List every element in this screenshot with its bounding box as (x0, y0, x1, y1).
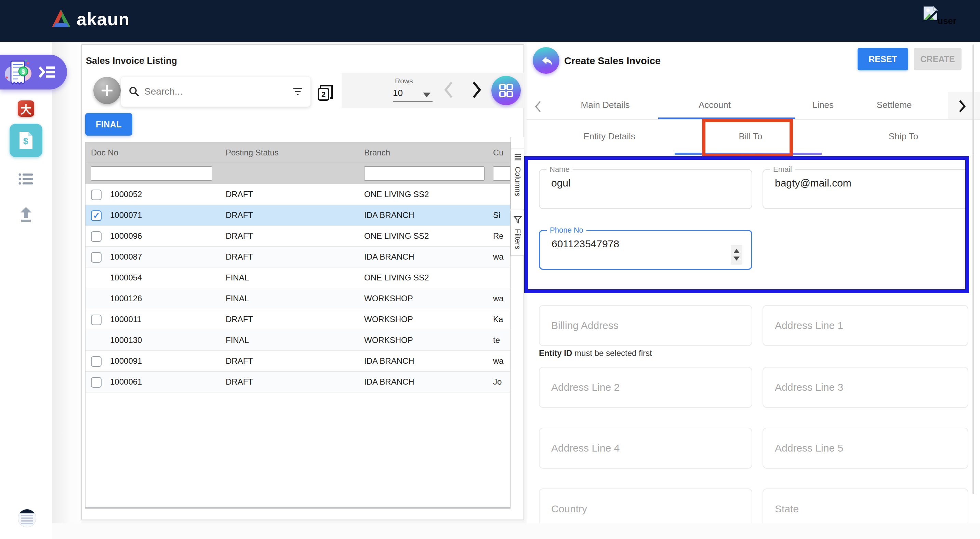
row-checkbox[interactable] (91, 190, 102, 200)
table-row[interactable]: 1000011 DRAFT WORKSHOP Ka (86, 309, 510, 330)
cell-doc-no: 1000091 (110, 356, 142, 366)
row-checkbox[interactable] (91, 252, 102, 263)
address-line-1-field[interactable]: Address Line 1 (762, 305, 968, 346)
billing-address-field[interactable]: Billing Address (539, 305, 752, 346)
number-stepper[interactable] (731, 245, 742, 265)
email-field-value: bagty@mail.com (775, 177, 968, 189)
table-row[interactable]: 1000054 FINAL ONE LIVING SS2 (86, 268, 510, 288)
sidebar-upload-icon[interactable] (18, 206, 34, 223)
tabs-scroll-left-icon[interactable] (534, 100, 542, 113)
back-button[interactable] (533, 47, 559, 74)
cell-doc-no: 1000096 (110, 231, 142, 241)
filter-doc-no-input[interactable] (91, 166, 212, 181)
table-side-tabs: Columns Filters (511, 137, 524, 256)
search-box (121, 76, 311, 107)
collapse-menu-icon (38, 65, 56, 79)
cell-branch: ONE LIVING SS2 (364, 273, 429, 282)
row-checkbox[interactable] (91, 356, 102, 367)
tab-settlement[interactable]: Settleme (877, 100, 912, 110)
previous-page-icon[interactable] (443, 80, 455, 99)
table-row[interactable]: 1000087 DRAFT IDA BRANCH wa (86, 247, 510, 268)
chevron-down-icon[interactable] (423, 93, 431, 97)
address-line-4-field[interactable]: Address Line 4 (539, 428, 752, 469)
cell-branch: ONE LIVING SS2 (364, 231, 429, 241)
sidebar-bottom-thumbnail[interactable] (18, 509, 36, 527)
row-checkbox[interactable] (91, 231, 102, 242)
create-button[interactable]: CREATE (914, 48, 961, 70)
pagination-bar: Rows 10 (342, 73, 524, 108)
subtab-ship-to[interactable]: Ship To (889, 131, 918, 142)
cell-truncated: te (493, 335, 500, 345)
name-field-label: Name (546, 166, 573, 173)
filter-branch-input[interactable] (364, 166, 485, 181)
filter-truncated-input[interactable] (493, 166, 511, 181)
sidebar-invoice-module-icon[interactable]: $ (10, 124, 42, 157)
cell-doc-no: 1000087 (110, 252, 142, 262)
state-field[interactable]: State (762, 488, 968, 523)
search-input[interactable] (144, 86, 288, 97)
cell-truncated: Jo (493, 377, 502, 387)
panel-scrollbar[interactable] (972, 44, 974, 494)
user-alt-text: user (938, 16, 956, 26)
final-filter-button[interactable]: FINAL (85, 113, 132, 136)
funnel-icon (514, 216, 522, 224)
table-row[interactable]: 1000052 DRAFT ONE LIVING SS2 (86, 184, 510, 205)
cell-branch: ONE LIVING SS2 (364, 190, 429, 199)
filters-side-tab[interactable]: Filters (511, 211, 524, 256)
cell-branch: WORKSHOP (364, 335, 413, 345)
user-avatar[interactable]: user (923, 5, 960, 29)
email-field[interactable]: Email bagty@mail.com (762, 166, 968, 209)
sidebar-list-icon[interactable] (18, 171, 34, 187)
tab-account[interactable]: Account (698, 100, 731, 110)
tab-main-details[interactable]: Main Details (581, 100, 630, 110)
table-row[interactable]: 1000071 DRAFT IDA BRANCH Si (86, 205, 510, 226)
columns-side-tab[interactable]: Columns (511, 149, 524, 209)
row-checkbox[interactable] (91, 211, 102, 221)
table-row[interactable]: 1000096 DRAFT ONE LIVING SS2 Re (86, 226, 510, 247)
header-posting-status[interactable]: Posting Status (226, 148, 279, 157)
cell-doc-no: 1000054 (110, 273, 142, 282)
address-line-5-field[interactable]: Address Line 5 (762, 428, 968, 469)
tabs-scroll-right-icon[interactable] (958, 100, 966, 113)
table-row[interactable]: 1000130 FINAL WORKSHOP te (86, 330, 510, 351)
cell-truncated: wa (493, 356, 504, 366)
cell-posting-status: DRAFT (226, 190, 253, 199)
table-filter-row (86, 163, 510, 184)
table-header-row: Doc No Posting Status Branch Cu (86, 143, 510, 163)
name-field[interactable]: Name ogul (539, 166, 752, 209)
subtab-bill-to[interactable]: Bill To (739, 131, 762, 142)
row-checkbox[interactable] (91, 315, 102, 325)
grid-view-button[interactable] (492, 76, 521, 105)
brand-name: akaun (76, 9, 130, 29)
email-field-label: Email (770, 166, 795, 173)
app-glyph: 大 (21, 101, 32, 116)
tab-lines[interactable]: Lines (813, 100, 834, 110)
stepper-down-icon[interactable] (733, 257, 740, 261)
table-row[interactable]: 1000091 DRAFT IDA BRANCH wa (86, 351, 510, 372)
brand-logo[interactable]: akaun (51, 9, 130, 29)
cell-doc-no: 1000130 (110, 335, 142, 345)
entity-id-helper-text: Entity ID must be selected first (539, 349, 652, 358)
table-row[interactable]: 1000126 FINAL WORKSHOP wa (86, 288, 510, 309)
address-line-3-field[interactable]: Address Line 3 (762, 367, 968, 408)
country-field[interactable]: Country (539, 488, 752, 523)
cell-truncated: wa (493, 252, 504, 262)
header-branch[interactable]: Branch (364, 148, 390, 157)
table-row[interactable]: 1000061 DRAFT IDA BRANCH Jo (86, 372, 510, 392)
header-doc-no[interactable]: Doc No (91, 148, 118, 157)
bulleted-list-icon (19, 173, 33, 185)
reset-button[interactable]: RESET (858, 48, 908, 70)
header-truncated[interactable]: Cu (493, 148, 504, 157)
duplicate-view-icon[interactable]: 2 (316, 84, 333, 101)
sidebar-active-app-pill[interactable]: $ (0, 55, 67, 89)
next-page-icon[interactable] (471, 80, 482, 99)
address-line-2-field[interactable]: Address Line 2 (539, 367, 752, 408)
phone-field[interactable]: Phone No 601123547978 (539, 227, 752, 270)
stepper-up-icon[interactable] (733, 249, 740, 253)
sort-filter-icon[interactable] (293, 87, 303, 96)
add-invoice-button[interactable] (93, 77, 121, 104)
top-navbar: akaun user (0, 0, 980, 42)
subtab-entity-details[interactable]: Entity Details (583, 131, 635, 142)
row-checkbox[interactable] (91, 377, 102, 388)
sidebar-app-icon-red[interactable]: 大 (18, 100, 34, 117)
